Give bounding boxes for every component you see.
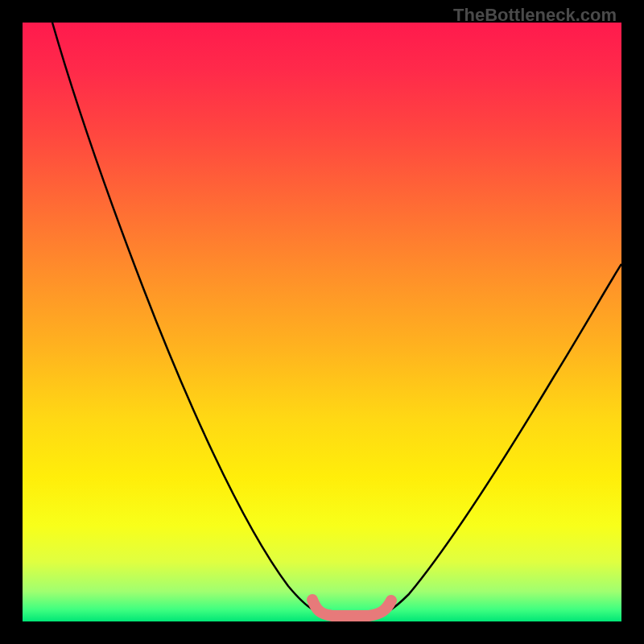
chart-svg [23,23,621,621]
optimal-range-highlight [312,600,391,616]
chart-area [23,23,621,621]
watermark-text: TheBottleneck.com [453,5,617,26]
bottleneck-curve-line [52,23,621,617]
